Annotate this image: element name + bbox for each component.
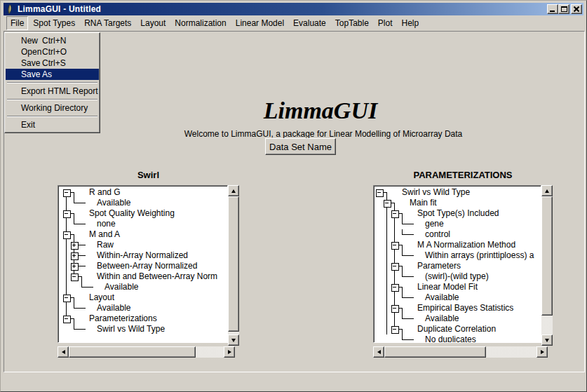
menu-item-open[interactable]: OpenCtrl+O [6, 46, 99, 58]
tree-expander-minus-icon[interactable] [391, 324, 398, 334]
tree-expander-minus-icon[interactable] [62, 292, 70, 303]
tree-node-label[interactable]: Duplicate Correlation [417, 324, 496, 334]
menu-file[interactable]: File [6, 16, 28, 30]
tree-node-label[interactable]: Available [425, 313, 459, 324]
tree-connector [62, 198, 70, 208]
scrollbar-track[interactable] [196, 346, 224, 358]
tree-node-label[interactable]: Spot Quality Weighting [89, 208, 175, 219]
tree-node-label[interactable]: Swirl vs Wild Type [402, 187, 470, 198]
scrollbar-track[interactable] [486, 346, 537, 358]
tree-expander-plus-icon[interactable] [70, 240, 78, 250]
tree-node-label[interactable]: Parameterizations [89, 313, 157, 324]
tree-node-label[interactable]: (swirl)-(wild type) [425, 271, 489, 282]
tree-expander-minus-icon[interactable] [391, 303, 398, 313]
tree-expander-minus-icon[interactable] [62, 229, 70, 240]
scrollbar-thumb[interactable] [228, 196, 239, 332]
minimize-button[interactable] [547, 4, 558, 14]
menu-item-label: Exit [21, 120, 35, 130]
tree-expander-plus-icon[interactable] [70, 250, 78, 261]
tree-node-label[interactable]: Between-Array Normalized [97, 261, 197, 271]
scrollbar-track[interactable] [541, 316, 553, 334]
menu-item-working-directory[interactable]: Working Directory [6, 102, 99, 114]
right-tree-vertical-scrollbar [541, 185, 553, 346]
maximize-button[interactable] [558, 4, 569, 14]
tree-connector [398, 229, 406, 240]
tree-expander-minus-icon[interactable] [375, 187, 383, 198]
tree-node-label[interactable]: Empirical Bayes Statistics [417, 303, 513, 313]
tree-node-label[interactable]: none [97, 219, 116, 229]
tree-node-label[interactable]: Available [104, 282, 138, 292]
tree-expander-minus-icon[interactable] [62, 187, 70, 198]
menu-toptable[interactable]: TopTable [331, 16, 373, 30]
tree-node-label[interactable]: Available [97, 303, 130, 313]
menu-item-save-as[interactable]: Save As [6, 69, 99, 80]
menu-item-label: Open [21, 47, 41, 57]
menu-layout[interactable]: Layout [136, 16, 170, 30]
tree-connector [383, 187, 391, 198]
menu-normalization[interactable]: Normalization [170, 16, 230, 30]
tree-expander-plus-icon[interactable] [70, 261, 78, 271]
menu-help[interactable]: Help [398, 16, 424, 30]
menu-item-new[interactable]: NewCtrl+N [6, 35, 99, 46]
tree-expander-minus-icon[interactable] [70, 271, 78, 282]
tree-node-label[interactable]: R and G [89, 187, 121, 198]
scroll-up-button[interactable] [228, 185, 239, 196]
app-window: LimmaGUI - Untitled FileSpot TypesRNA Ta… [0, 0, 587, 392]
tree-node-label[interactable]: Spot Type(s) Included [417, 208, 499, 219]
tree-connector [391, 229, 398, 240]
tree-node-label[interactable]: M and A [89, 229, 120, 240]
tree-node-label[interactable]: gene [425, 219, 444, 229]
tree-node-label[interactable]: Within and Between-Array Norm [97, 271, 217, 282]
scroll-left-button[interactable] [373, 346, 384, 358]
menu-linear-model[interactable]: Linear Model [231, 16, 288, 30]
tree-connector [391, 198, 398, 208]
menu-rna-targets[interactable]: RNA Targets [80, 16, 135, 30]
tree-connector [398, 240, 406, 250]
tree-node-label[interactable]: Available [97, 198, 130, 208]
status-tree: R and GAvailableSpot Quality Weightingno… [58, 185, 228, 343]
tree-node-label[interactable]: M A Normalization Method [417, 240, 515, 250]
scroll-down-button[interactable] [228, 334, 239, 346]
data-set-name-button[interactable]: Data Set Name [265, 138, 336, 155]
tree-node-label[interactable]: Linear Model Fit [417, 282, 478, 292]
menu-item-exit[interactable]: Exit [6, 119, 99, 130]
tree-node-label[interactable]: Available [425, 292, 459, 303]
menu-evaluate[interactable]: Evaluate [289, 16, 330, 30]
tree-expander-minus-icon[interactable] [62, 208, 70, 219]
scrollbar-thumb[interactable] [69, 346, 196, 358]
tree-connector [78, 198, 86, 208]
tree-node-label[interactable]: Layout [89, 292, 114, 303]
scroll-left-button[interactable] [58, 346, 69, 358]
menu-item-shortcut: Ctrl+S [42, 58, 66, 69]
tree-expander-minus-icon[interactable] [391, 282, 398, 292]
tree-node-label[interactable]: Swirl vs Wild Type [97, 324, 165, 334]
scroll-right-button[interactable] [537, 346, 548, 358]
tree-expander-minus-icon[interactable] [62, 313, 70, 324]
menu-spot-types[interactable]: Spot Types [29, 16, 79, 30]
scrollbar-thumb[interactable] [384, 346, 486, 358]
scroll-down-button[interactable] [541, 334, 553, 346]
tree-connector [86, 282, 93, 292]
tree-row: Between-Array Normalized [62, 261, 227, 271]
tree-row: M A Normalization Method [375, 240, 541, 250]
tree-node-label[interactable]: Parameters [417, 261, 461, 271]
scrollbar-thumb[interactable] [541, 196, 553, 316]
tree-connector [383, 261, 391, 271]
tree-expander-minus-icon[interactable] [383, 198, 391, 208]
tree-node-label[interactable]: Within arrays (printtiploess) a [425, 250, 534, 261]
scroll-up-button[interactable] [541, 185, 553, 196]
close-button[interactable] [571, 4, 582, 14]
scroll-right-button[interactable] [224, 346, 235, 358]
tree-node-label[interactable]: Within-Array Normalized [97, 250, 188, 261]
menu-plot[interactable]: Plot [374, 16, 397, 30]
tree-expander-minus-icon[interactable] [391, 261, 398, 271]
tree-node-label[interactable]: No duplicates [425, 334, 476, 343]
tree-node-label[interactable]: control [425, 229, 450, 240]
tree-expander-minus-icon[interactable] [391, 240, 398, 250]
menu-item-export-html-report[interactable]: Export HTML Report [6, 86, 99, 97]
menu-bar: FileSpot TypesRNA TargetsLayoutNormaliza… [4, 15, 583, 31]
tree-node-label[interactable]: Raw [97, 240, 114, 250]
tree-expander-minus-icon[interactable] [391, 208, 398, 219]
menu-item-save[interactable]: SaveCtrl+S [6, 58, 99, 69]
tree-node-label[interactable]: Main fit [410, 198, 437, 208]
